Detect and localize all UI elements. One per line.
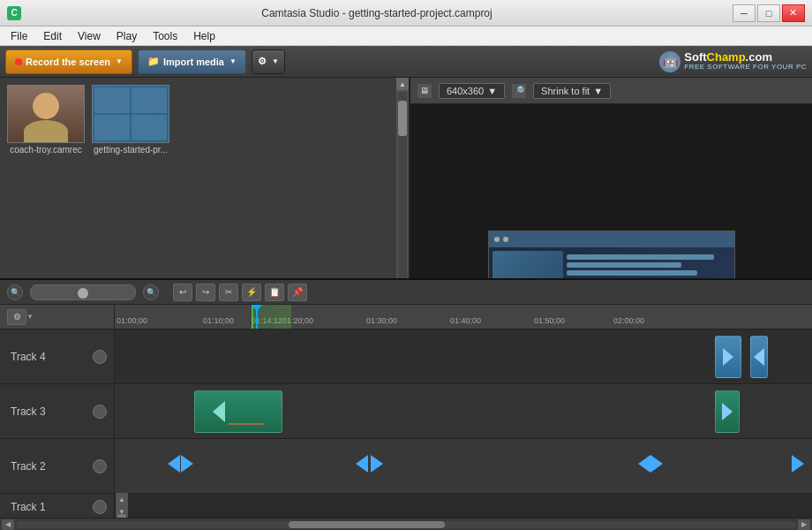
- ruler-mark-0: 01:00;00: [117, 316, 147, 325]
- settings-arrow: ▼: [26, 313, 34, 321]
- track3-clip-1[interactable]: [194, 390, 282, 433]
- track3-clip-2[interactable]: [715, 390, 740, 433]
- settings-gear-button[interactable]: ⚙: [7, 309, 26, 325]
- screen-block-1: [94, 87, 130, 113]
- minimize-button[interactable]: ─: [733, 4, 756, 22]
- menu-edit[interactable]: Edit: [36, 28, 69, 44]
- menu-tools[interactable]: Tools: [146, 28, 184, 44]
- preview-top-bar: [489, 231, 734, 247]
- clip-body: [229, 398, 264, 425]
- hscroll-track[interactable]: [16, 521, 796, 528]
- tl-undo-btn[interactable]: ↩: [173, 284, 192, 301]
- preview-search-icon: 🔎: [512, 84, 526, 98]
- track4-clip-2[interactable]: [750, 336, 768, 378]
- track2-marker-2[interactable]: [177, 453, 198, 474]
- tracks-container: [115, 329, 812, 493]
- track-2-row: [115, 439, 812, 493]
- track-1-name: Track 1: [11, 501, 46, 513]
- media-thumb-getting-started: [92, 85, 169, 143]
- tl-split-btn[interactable]: ⚡: [242, 284, 261, 301]
- preview-bar-dot-2: [503, 237, 508, 242]
- hscroll-right[interactable]: ▶: [798, 519, 810, 530]
- track2-arrow-6: [650, 455, 663, 473]
- tl-redo-btn[interactable]: ↪: [196, 284, 215, 301]
- track-label-1: Track 1: [0, 494, 114, 518]
- ruler-mark-7: 02:00;00: [613, 316, 644, 325]
- screen-thumbnail: [93, 86, 169, 142]
- screen-block-2: [132, 87, 167, 113]
- face-thumbnail: [8, 86, 84, 142]
- zoom-thumb[interactable]: [78, 288, 88, 299]
- resolution-button[interactable]: 640x360 ▼: [439, 83, 505, 99]
- title-bar-title: Camtasia Studio - getting-started-projec…: [261, 7, 492, 19]
- track-4-name: Track 4: [11, 351, 46, 363]
- track-3-name: Track 3: [11, 405, 46, 418]
- screen-block-4: [132, 115, 167, 140]
- face-body: [24, 120, 68, 142]
- track-area: 01:00;00 01:10;00 01:14:12 01:20;00 01:3…: [115, 305, 812, 518]
- preview-text-1: [567, 254, 714, 260]
- hscroll-thumb[interactable]: [289, 521, 445, 528]
- vscroll-up[interactable]: ▲: [116, 493, 128, 505]
- preview-bar-dot-1: [494, 237, 500, 242]
- track-3-row: [115, 384, 812, 439]
- track4-clip-1[interactable]: [715, 336, 741, 378]
- menu-view[interactable]: View: [71, 28, 108, 44]
- media-grid: coach-troy.camrec getting-started-pr...: [0, 78, 409, 162]
- fit-dropdown-arrow[interactable]: ▼: [593, 86, 603, 96]
- track-4-row: [115, 329, 812, 384]
- tl-copy-btn[interactable]: 📋: [265, 284, 284, 301]
- track2-arrow-2: [181, 455, 193, 473]
- vscroll-thumb[interactable]: [117, 514, 126, 518]
- close-button[interactable]: ✕: [782, 4, 805, 22]
- timeline: 🔍 🔍 ↩ ↪ ✂ ⚡ 📋 📌 ⚙ ▼ Track 4 Track 3: [0, 278, 812, 530]
- track-vscroll[interactable]: ▲ ▼: [115, 493, 127, 518]
- clip-arrow-1: [723, 348, 733, 366]
- track-labels: ⚙ ▼ Track 4 Track 3 Track 2 Track 1: [0, 305, 115, 518]
- zoom-slider[interactable]: [30, 284, 136, 300]
- media-item-coach[interactable]: coach-troy.camrec: [7, 85, 85, 155]
- ruler: 01:00;00 01:10;00 01:14:12 01:20;00 01:3…: [115, 305, 812, 329]
- import-icon: 📁: [147, 56, 160, 67]
- track2-marker-6[interactable]: [646, 453, 667, 474]
- ruler-mark-6: 01:50;00: [534, 316, 565, 325]
- scroll-up-arrow[interactable]: ▲: [396, 78, 409, 90]
- media-label-getting-started: getting-started-pr...: [92, 145, 169, 155]
- track2-arrow-7: [792, 455, 804, 473]
- screen-block-3: [94, 115, 130, 140]
- media-item-getting-started[interactable]: getting-started-pr...: [92, 85, 169, 155]
- record-dropdown-arrow[interactable]: ▼: [116, 57, 123, 65]
- menu-play[interactable]: Play: [109, 28, 144, 44]
- extra-dropdown-arrow[interactable]: ▼: [272, 57, 279, 65]
- track3-clip-arrow: [722, 403, 733, 420]
- menu-help[interactable]: Help: [186, 28, 222, 44]
- track2-marker-7[interactable]: [787, 453, 808, 474]
- preview-text-2: [567, 262, 681, 268]
- timeline-search[interactable]: 🔍: [7, 284, 23, 300]
- main-toolbar: Record the screen ▼ 📁 Import media ▼ ⚙ ▼…: [0, 46, 812, 78]
- resolution-dropdown-arrow[interactable]: ▼: [487, 86, 497, 96]
- track2-marker-4[interactable]: [366, 453, 387, 474]
- fit-button[interactable]: Shrink to fit ▼: [533, 83, 611, 99]
- track-label-3: Track 3: [0, 384, 114, 439]
- resolution-value: 640x360: [447, 86, 484, 96]
- extra-toolbar-btn[interactable]: ⚙ ▼: [252, 49, 285, 74]
- scroll-thumb[interactable]: [398, 101, 407, 136]
- record-button[interactable]: Record the screen ▼: [5, 49, 132, 74]
- menu-bar: File Edit View Play Tools Help: [0, 26, 812, 46]
- ruler-mark-1: 01:10;00: [203, 316, 234, 325]
- timeline-hscroll: ◀ ▶: [0, 518, 812, 530]
- tl-paste-btn[interactable]: 📌: [288, 284, 307, 301]
- softchamp-badge: 🤖 SoftChamp.com FREE SOFTWARE FOR YOUR P…: [659, 51, 807, 72]
- preview-toolbar: 🖥 640x360 ▼ 🔎 Shrink to fit ▼: [410, 78, 812, 104]
- import-dropdown-arrow[interactable]: ▼: [229, 57, 237, 65]
- maximize-button[interactable]: □: [757, 4, 780, 22]
- zoom-search-area: 🔍 🔍: [7, 284, 159, 300]
- hscroll-left[interactable]: ◀: [2, 519, 14, 530]
- clip-arrow-2: [754, 348, 764, 366]
- import-button[interactable]: 📁 Import media ▼: [138, 49, 246, 74]
- app-icon: C: [7, 6, 21, 20]
- timeline-search-right[interactable]: 🔍: [143, 284, 159, 300]
- tl-cut-btn[interactable]: ✂: [219, 284, 238, 301]
- menu-file[interactable]: File: [4, 28, 34, 44]
